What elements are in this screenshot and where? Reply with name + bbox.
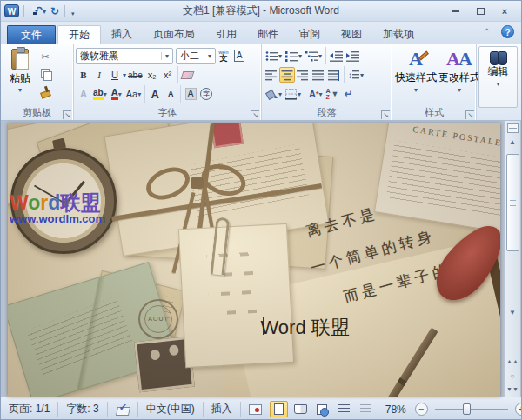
clipboard-dialog-launcher[interactable]: ↘ xyxy=(63,110,71,119)
distribute-button[interactable] xyxy=(326,67,342,83)
paste-button[interactable]: 粘贴 ▾ xyxy=(3,46,37,99)
chevron-down-icon[interactable]: ▾ xyxy=(204,52,215,60)
web-layout-view-button[interactable] xyxy=(313,401,331,417)
typed-text[interactable]: Word 联盟 xyxy=(175,315,349,337)
minimize-button[interactable] xyxy=(448,5,464,17)
align-right-button[interactable] xyxy=(295,67,311,83)
underline-button[interactable]: U xyxy=(107,67,123,83)
font-family-combo[interactable]: 微软雅黑 ▾ xyxy=(76,48,173,64)
italic-button[interactable]: I xyxy=(91,67,107,83)
print-layout-view-button[interactable] xyxy=(270,401,288,417)
scroll-up-button[interactable]: ▲ xyxy=(505,135,520,149)
tab-view[interactable]: 视图 xyxy=(331,25,372,44)
tab-insert[interactable]: 插入 xyxy=(101,25,143,44)
macro-record-button[interactable] xyxy=(241,402,270,417)
sort-button[interactable]: AZ▼ xyxy=(325,86,341,102)
tab-home[interactable]: 开始 xyxy=(57,25,101,44)
shading-button[interactable]: ▾ xyxy=(264,86,284,102)
ruler-toggle-button[interactable] xyxy=(507,123,519,133)
editing-button[interactable]: 编辑 ▾ xyxy=(478,46,518,108)
paragraph-dialog-launcher[interactable]: ↘ xyxy=(381,110,390,119)
font-dialog-launcher[interactable]: ↘ xyxy=(251,110,259,119)
tab-add-ins[interactable]: 加载项 xyxy=(372,25,425,44)
align-left-button[interactable] xyxy=(264,67,279,83)
chevron-down-icon[interactable]: ▾ xyxy=(118,90,122,98)
language-indicator[interactable]: 中文(中国) xyxy=(138,402,204,417)
cut-button[interactable]: ✂ xyxy=(37,49,53,64)
zoom-out-button[interactable]: − xyxy=(415,403,428,416)
align-center-button[interactable] xyxy=(279,67,295,83)
checklist-line xyxy=(209,290,259,297)
asian-layout-button[interactable]: A*▾ xyxy=(307,86,324,102)
chevron-down-icon[interactable]: ▾ xyxy=(278,52,282,60)
insert-mode-indicator[interactable]: 插入 xyxy=(204,402,241,417)
paste-dropdown-icon[interactable]: ▾ xyxy=(18,86,22,94)
chevron-down-icon[interactable]: ▾ xyxy=(319,90,323,98)
scrollbar-thumb[interactable] xyxy=(506,154,519,251)
zoom-slider-track[interactable] xyxy=(435,409,508,410)
format-painter-button[interactable] xyxy=(37,83,53,99)
text-effects-button[interactable]: A xyxy=(76,86,91,102)
zoom-slider-thumb[interactable] xyxy=(463,403,471,415)
copy-button[interactable] xyxy=(37,66,53,82)
quick-styles-button[interactable]: A 快速样式 ▾ xyxy=(394,46,438,108)
character-shading-button[interactable]: A xyxy=(183,86,198,102)
chevron-down-icon[interactable]: ▾ xyxy=(278,90,282,98)
page-number-indicator[interactable]: 页面: 1/1 xyxy=(1,402,58,417)
increase-indent-button[interactable] xyxy=(345,48,361,63)
grow-font-button[interactable]: A xyxy=(147,86,163,102)
spellcheck-status[interactable] xyxy=(108,402,138,417)
bullets-button[interactable]: ▾ xyxy=(264,48,284,63)
zoom-in-button[interactable]: + xyxy=(515,403,522,416)
styles-dialog-launcher[interactable]: ↘ xyxy=(465,110,474,119)
numbering-button[interactable]: ▾ xyxy=(284,48,304,63)
chevron-down-icon[interactable]: ▾ xyxy=(298,52,302,60)
chevron-down-icon[interactable]: ▾ xyxy=(161,52,172,60)
subscript-button[interactable]: x₂ xyxy=(144,67,160,83)
line-spacing-button[interactable]: ↕▾ xyxy=(346,67,365,83)
tab-references[interactable]: 引用 xyxy=(205,25,247,44)
zoom-level[interactable]: 78% xyxy=(378,403,412,416)
font-size-combo[interactable]: 小二 ▾ xyxy=(176,48,216,64)
scroll-down-button[interactable]: ▼ xyxy=(505,305,520,319)
show-marks-button[interactable]: ↵ xyxy=(341,86,357,102)
multilevel-list-button[interactable]: ▾ xyxy=(304,48,324,63)
chevron-down-icon[interactable]: ▾ xyxy=(298,90,301,98)
change-styles-button[interactable]: AA 更改样式 ▾ xyxy=(438,46,481,108)
highlight-color-button[interactable]: ab▾ xyxy=(91,86,109,102)
previous-page-button[interactable]: ▲▲ xyxy=(505,355,520,369)
help-icon[interactable]: ? xyxy=(501,25,514,38)
scrollbar-track[interactable] xyxy=(505,149,520,305)
clear-formatting-button[interactable] xyxy=(180,67,196,83)
select-browse-object-button[interactable]: ○ xyxy=(505,369,520,383)
tab-file[interactable]: 文件 xyxy=(7,25,56,44)
enclose-characters-button[interactable]: 字 xyxy=(198,86,214,102)
next-page-button[interactable]: ▼▼ xyxy=(505,383,520,397)
bold-button[interactable]: B xyxy=(76,67,91,83)
collapse-ribbon-icon[interactable]: ⌃ xyxy=(484,27,491,37)
decrease-indent-button[interactable] xyxy=(328,48,345,63)
tab-page-layout[interactable]: 页面布局 xyxy=(143,25,205,44)
tab-review[interactable]: 审阅 xyxy=(289,25,331,44)
word-count-indicator[interactable]: 字数: 3 xyxy=(58,402,107,417)
chevron-down-icon[interactable]: ▾ xyxy=(104,90,107,98)
close-button[interactable]: × xyxy=(497,5,512,17)
borders-button[interactable]: ▾ xyxy=(284,86,303,102)
restore-button[interactable] xyxy=(472,5,488,17)
chevron-down-icon[interactable]: ▾ xyxy=(360,71,364,79)
font-color-button[interactable]: A▾ xyxy=(109,86,124,102)
document-page[interactable]: CARTE POSTALE xyxy=(8,123,500,397)
chevron-down-icon[interactable]: ▾ xyxy=(137,90,141,98)
character-border-button[interactable]: A xyxy=(231,48,247,63)
outline-view-button[interactable] xyxy=(335,401,353,417)
chevron-down-icon[interactable]: ▾ xyxy=(318,52,322,60)
tab-mailings[interactable]: 邮件 xyxy=(247,25,289,44)
justify-button[interactable] xyxy=(311,67,326,83)
change-case-button[interactable]: Aa▾ xyxy=(124,86,143,102)
fullscreen-reading-view-button[interactable] xyxy=(291,401,310,417)
draft-view-button[interactable] xyxy=(357,401,375,417)
shrink-font-button[interactable]: A xyxy=(163,86,178,102)
superscript-button[interactable]: x² xyxy=(160,67,176,83)
phonetic-guide-button[interactable]: wén文 xyxy=(216,48,231,63)
strikethrough-button[interactable]: abe xyxy=(126,67,144,83)
